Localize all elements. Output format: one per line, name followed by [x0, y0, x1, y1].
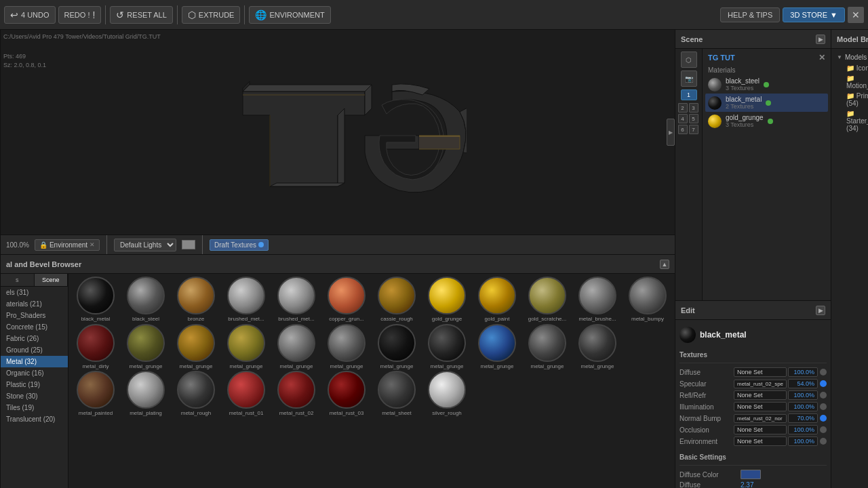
edit-panel-expand[interactable]: ▶: [816, 306, 825, 315]
mat-thumb-copper[interactable]: [328, 277, 366, 314]
mat-thumb-metal-rust02[interactable]: [277, 371, 315, 409]
list-item: metal_painted: [71, 371, 120, 417]
redo-button[interactable]: REDO ! !: [58, 6, 102, 24]
lock-icon: 🔒: [39, 241, 47, 249]
mat-thumb-metal-dirty[interactable]: [77, 324, 115, 362]
tab-assets[interactable]: s: [1, 274, 35, 286]
scene-num-7[interactable]: 7: [689, 125, 698, 134]
mat-thumb-cassie[interactable]: [378, 277, 416, 314]
lights-dropdown[interactable]: Default Lights: [114, 239, 176, 251]
cat-item-stone[interactable]: Stone (30): [1, 390, 68, 402]
mat-thumb-metal-grunge1[interactable]: [127, 324, 165, 362]
tex-row-occlusion: Occlusion None Set 100.0%: [679, 425, 827, 434]
mat-thumb-metal-grunge5[interactable]: [328, 324, 366, 362]
scene-nav-btn[interactable]: ⬡: [681, 52, 697, 68]
mat-thumb-metal-rust03[interactable]: [328, 371, 366, 409]
scene-num-4[interactable]: 4: [678, 114, 688, 123]
color-swatch[interactable]: [182, 240, 195, 249]
mat-thumb-metal-brushed[interactable]: [578, 277, 616, 314]
environment-button[interactable]: 🌐 ENVIRONMENT: [249, 6, 330, 24]
mb-item-motion-design[interactable]: 📁 Motion_Design: [834, 73, 868, 91]
scene-mat-black-metal[interactable]: black_metal 2 Textures: [705, 94, 828, 112]
scene-camera-btn[interactable]: 📷: [681, 70, 697, 87]
tab-scene[interactable]: Scene: [35, 274, 68, 286]
extrude-button[interactable]: ⬡ EXTRUDE: [182, 6, 241, 24]
viewport: C:/Users/Avid Pro 479 Tower/Videos/Tutor…: [1, 30, 675, 488]
mat-thumb-metal-rough[interactable]: [177, 371, 215, 409]
cat-item-ground[interactable]: Ground (25): [1, 344, 68, 356]
cat-item-proshaders[interactable]: Pro_Shaders: [1, 310, 68, 321]
edit-panel-title: Edit: [681, 306, 695, 314]
mat-thumb-metal-grunge10[interactable]: [578, 324, 616, 362]
scene-num-5[interactable]: 5: [689, 114, 698, 123]
svg-marker-1: [243, 85, 372, 92]
mat-thumb-silver-rough[interactable]: [428, 371, 466, 409]
mat-thumb-metal-grunge9[interactable]: [528, 324, 566, 362]
mat-thumb-metal-grunge4[interactable]: [277, 324, 315, 362]
viewport-canvas-area: C:/Users/Avid Pro 479 Tower/Videos/Tutor…: [1, 30, 675, 235]
mat-thumb-brushed2[interactable]: [277, 277, 315, 314]
close-button[interactable]: ✕: [848, 7, 864, 23]
edit-mat-label: black_metal: [700, 330, 747, 340]
edit-panel-header: Edit ▶: [675, 301, 831, 320]
diffuse-color-swatch[interactable]: [741, 470, 761, 479]
mat-thumb-metal-grunge8[interactable]: [478, 324, 516, 362]
cat-item-fabric[interactable]: Fabric (26): [1, 333, 68, 344]
mb-item-primitives[interactable]: 📁 Primitives (54): [834, 91, 868, 108]
scene-num-active[interactable]: 1: [681, 89, 697, 100]
mb-item-starter-pack[interactable]: 📁 Starter_Pack (34): [834, 108, 868, 134]
scene-num-6[interactable]: 6: [678, 125, 688, 134]
cat-item-concrete[interactable]: Concrete (15): [1, 321, 68, 333]
scene-content: TG TUT ✕ Materials black_steel 3 Texture…: [703, 49, 831, 300]
separator: [106, 235, 107, 254]
mat-thumb-metal-plating[interactable]: [127, 371, 165, 409]
cat-item-materials21[interactable]: aterials (21): [1, 298, 68, 310]
mat-thumb-black-steel[interactable]: [127, 277, 165, 314]
mat-thumb-gold-scratched[interactable]: [528, 277, 566, 314]
scene-mat-gold-grunge[interactable]: gold_grunge 3 Textures: [705, 112, 828, 130]
mat-thumb-metal-bumpy[interactable]: [629, 277, 667, 314]
mat-thumb-metal-rust01[interactable]: [227, 371, 265, 409]
scene-num-3[interactable]: 3: [689, 103, 698, 113]
scene-mat-sphere-black-metal: [708, 96, 722, 110]
mat-thumb-metal-grunge6[interactable]: [378, 324, 416, 362]
tex-dot-environment: [820, 438, 827, 445]
scene-close[interactable]: ✕: [818, 53, 825, 62]
cat-item-organic[interactable]: Organic (16): [1, 367, 68, 379]
mat-thumb-metal-grunge3[interactable]: [227, 324, 265, 362]
list-item: brushed_met...: [222, 277, 271, 323]
mat-thumb-black-metal[interactable]: [77, 277, 115, 314]
mat-thumb-metal-sheet[interactable]: [378, 371, 416, 409]
viewport-collapse-handle[interactable]: ▶: [667, 119, 675, 146]
scene-panel-expand[interactable]: ▶: [816, 35, 825, 44]
cat-item-tiles[interactable]: Tiles (19): [1, 402, 68, 413]
help-tips-button[interactable]: HELP & TIPS: [720, 7, 780, 22]
list-item: gold_paint: [473, 277, 521, 323]
cat-item-metal[interactable]: Metal (32): [1, 356, 68, 367]
redo-icon: !: [92, 9, 95, 20]
undo-button[interactable]: ↩ 4 UNDO: [4, 6, 56, 24]
mat-thumb-metal-grunge2[interactable]: [177, 324, 215, 362]
mat-thumb-bronze[interactable]: [177, 277, 215, 314]
mat-thumb-gold-paint[interactable]: [478, 277, 516, 314]
cat-item-metals31[interactable]: els (31): [1, 287, 68, 298]
separator: [244, 5, 245, 24]
list-item: metal_sheet: [372, 371, 421, 417]
mat-thumb-metal-painted[interactable]: [77, 371, 115, 409]
reset-all-button[interactable]: ↺ RESET ALL: [110, 6, 173, 24]
scene-mat-black-steel[interactable]: black_steel 3 Textures: [705, 75, 828, 94]
mat-thumb-gold-grunge[interactable]: [428, 277, 466, 314]
draft-textures-button[interactable]: Draft Textures: [210, 239, 269, 251]
store-button[interactable]: 3D STORE ▼: [783, 7, 845, 22]
cat-item-plastic[interactable]: Plastic (19): [1, 379, 68, 390]
scene-num-2[interactable]: 2: [678, 103, 688, 113]
material-row-1: black_metal black_steel bronze brus: [71, 277, 672, 323]
environment-lock-button[interactable]: 🔒 Environment ✕: [35, 239, 100, 251]
mat-browser-expand[interactable]: ▲: [660, 260, 669, 269]
mb-item-icons[interactable]: 📁 Icons (30): [834, 63, 868, 73]
cat-item-translucent[interactable]: Translucent (20): [1, 413, 68, 425]
mat-thumb-metal-grunge7[interactable]: [428, 324, 466, 362]
mb-folder-models[interactable]: ▼ Models: [834, 52, 868, 63]
basic-settings-label: Basic Settings: [679, 448, 827, 466]
mat-thumb-brushed1[interactable]: [227, 277, 265, 314]
